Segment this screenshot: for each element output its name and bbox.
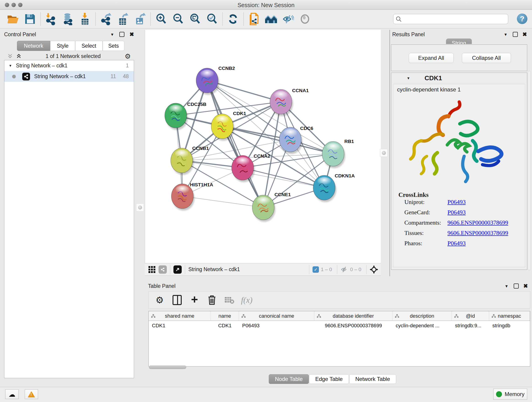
tab-select[interactable]: Select: [75, 41, 103, 51]
network-edge-count: 48: [123, 73, 129, 80]
column-header-shared-name[interactable]: shared name: [149, 311, 211, 321]
zoom-out-button[interactable]: [170, 12, 186, 26]
crosslink-link[interactable]: P06493: [447, 240, 466, 247]
network-node-RB1[interactable]: [322, 141, 345, 168]
network-canvas[interactable]: CCNB2CCNA1CDC25BCDK1CDC6RB1CCNB1CCNA2CDK…: [145, 30, 381, 263]
network-row[interactable]: String Network – cdk1 11 48: [4, 71, 134, 82]
save-session-button[interactable]: [22, 12, 38, 26]
collection-expand-caret[interactable]: ▾: [9, 63, 12, 68]
tab-style[interactable]: Style: [50, 41, 75, 51]
table-cell[interactable]: stringdb: [489, 321, 530, 331]
string-home-button[interactable]: [263, 12, 279, 26]
column-header-description[interactable]: description: [393, 311, 452, 321]
warnings-button[interactable]: !: [25, 389, 38, 399]
table-cell[interactable]: 9606.ENSP00000378699: [314, 321, 393, 331]
add-column-icon[interactable]: +: [186, 293, 203, 307]
column-header-name[interactable]: name: [211, 311, 239, 321]
import-database-button[interactable]: [60, 12, 76, 26]
table-panel-float-icon[interactable]: [514, 283, 519, 288]
results-panel-collapse-caret[interactable]: ▾: [505, 32, 507, 37]
search-input[interactable]: [404, 15, 508, 23]
crosslink-link[interactable]: P06493: [447, 199, 466, 206]
function-builder-icon[interactable]: f(x): [238, 293, 255, 307]
tab-sets[interactable]: Sets: [103, 41, 124, 51]
gene-expand-caret[interactable]: ▾: [407, 76, 409, 81]
cloud-status-button[interactable]: ☁: [5, 389, 19, 399]
delete-column-trash-icon[interactable]: [203, 293, 221, 307]
network-badge-icon[interactable]: [158, 265, 167, 274]
network-node-CDK1[interactable]: [211, 114, 234, 141]
string-protein-query-button[interactable]: [246, 12, 263, 26]
network-options-gear-icon[interactable]: ⚙: [125, 52, 131, 60]
network-node-CCNB2[interactable]: [196, 68, 219, 95]
network-node-CCNA2[interactable]: [232, 155, 255, 182]
left-splitter-handle[interactable]: [136, 204, 144, 211]
selected-checkbox-icon[interactable]: ✓: [312, 266, 319, 273]
zoom-fit-button[interactable]: [186, 12, 203, 26]
network-collection-row[interactable]: ▾ String Network – cdk1 1: [4, 60, 134, 71]
tab-network-table[interactable]: Network Table: [349, 374, 396, 384]
crosslink-link[interactable]: P06493: [447, 209, 466, 216]
open-in-new-window-icon[interactable]: [173, 265, 182, 274]
table-panel-collapse-caret[interactable]: ▾: [505, 283, 508, 289]
open-session-button[interactable]: [5, 12, 22, 26]
tab-edge-table[interactable]: Edge Table: [309, 374, 349, 384]
network-node-HIST1H1A[interactable]: [171, 184, 195, 211]
import-network-button[interactable]: [43, 12, 60, 26]
column-header-namespac[interactable]: namespac: [489, 311, 530, 321]
tab-network[interactable]: Network: [17, 41, 50, 51]
hidden-eye-icon[interactable]: [341, 266, 348, 273]
table-cell[interactable]: CDK1: [211, 321, 239, 331]
export-network-button[interactable]: [98, 12, 114, 26]
memory-button[interactable]: Memory: [493, 389, 527, 400]
table-cell[interactable]: cyclin-dependent ...: [393, 321, 452, 331]
results-scrollbar[interactable]: [528, 71, 530, 270]
network-node-CDKN1A[interactable]: [313, 175, 336, 202]
show-columns-icon[interactable]: [168, 293, 186, 307]
tab-node-table[interactable]: Node Table: [269, 374, 309, 384]
network-node-CCNA1[interactable]: [270, 89, 293, 116]
table-row[interactable]: CDK1CDK1P064939606.ENSP00000378699cyclin…: [149, 321, 530, 331]
export-image-button[interactable]: [132, 12, 148, 26]
grid-view-icon[interactable]: [148, 266, 155, 273]
search-icon: [396, 16, 402, 22]
table-options-gear-icon[interactable]: ⚙: [151, 293, 168, 307]
refresh-button[interactable]: [225, 12, 241, 26]
table-horizontal-scrollbar[interactable]: [149, 366, 186, 369]
zoom-in-button[interactable]: [152, 12, 170, 26]
enhanced-labels-button[interactable]: [279, 12, 297, 26]
zoom-selected-button[interactable]: [203, 12, 220, 26]
search-field[interactable]: [393, 14, 508, 24]
network-node-CCNE1[interactable]: [252, 195, 275, 222]
expand-all-chevron-icon[interactable]: [16, 53, 22, 59]
column-header-database-identifier[interactable]: database identifier: [314, 311, 393, 321]
network-node-CCNB1[interactable]: [171, 148, 194, 175]
crosslink-link[interactable]: 9606.ENSP00000378699: [447, 219, 508, 226]
column-header-canonical-name[interactable]: canonical name: [239, 311, 314, 321]
save-icon: [25, 14, 35, 24]
table-cell[interactable]: CDK1: [149, 321, 211, 331]
import-table-button[interactable]: [76, 12, 94, 26]
gene-section-header[interactable]: ▾ CDK1: [391, 73, 527, 83]
preview-button[interactable]: [297, 12, 313, 26]
expand-all-button[interactable]: Expand All: [409, 53, 454, 63]
right-splitter-handle[interactable]: [380, 149, 388, 157]
control-panel-close-icon[interactable]: ✖: [129, 31, 134, 38]
table-cell[interactable]: P06493: [239, 321, 314, 331]
control-panel-float-icon[interactable]: [119, 32, 124, 37]
table-cell[interactable]: stringdb:9...: [452, 321, 489, 331]
network-node-CDC25B[interactable]: [165, 103, 188, 130]
results-panel-close-icon[interactable]: ✖: [522, 31, 527, 38]
control-panel-collapse-caret[interactable]: ▾: [111, 32, 114, 37]
crosslink-link[interactable]: 9606.ENSP00000378699: [447, 230, 508, 236]
node-label-RB1: RB1: [344, 139, 354, 144]
help-button[interactable]: ?: [517, 13, 527, 24]
column-header--id[interactable]: @id: [452, 311, 489, 321]
table-panel-close-icon[interactable]: ✖: [523, 283, 528, 289]
birds-eye-view-icon[interactable]: [370, 265, 378, 274]
delete-table-icon[interactable]: [221, 293, 238, 307]
collapse-all-button[interactable]: Collapse All: [462, 53, 511, 63]
collapse-all-chevron-icon[interactable]: [7, 53, 13, 59]
results-panel-float-icon[interactable]: [513, 32, 518, 37]
export-table-button[interactable]: [114, 12, 132, 26]
